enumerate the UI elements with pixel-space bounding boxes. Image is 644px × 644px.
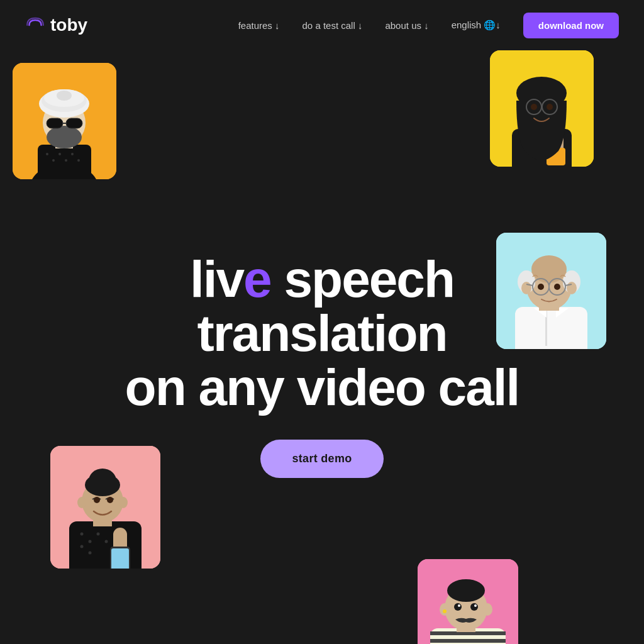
test-call-nav-link[interactable]: do a test call ↓	[303, 20, 363, 31]
svg-rect-32	[69, 521, 142, 569]
svg-point-40	[77, 497, 86, 508]
svg-point-13	[46, 153, 48, 155]
svg-point-29	[531, 104, 537, 110]
avatar-card-turban-man	[13, 63, 116, 179]
logo[interactable]: toby	[25, 15, 87, 35]
svg-rect-11	[66, 118, 82, 128]
avatar-card-hijab-woman	[490, 50, 594, 167]
language-nav-link[interactable]: english 🌐↓	[452, 19, 501, 31]
svg-point-30	[547, 104, 553, 110]
svg-point-18	[77, 159, 80, 162]
nav-links: features ↓ do a test call ↓ about us ↓ e…	[238, 19, 501, 31]
svg-point-76	[470, 603, 478, 611]
svg-point-15	[58, 153, 61, 155]
svg-point-8	[57, 91, 72, 101]
svg-rect-35	[111, 548, 129, 569]
svg-point-49	[89, 552, 92, 555]
hero-title: live speech translationon any video call	[64, 252, 580, 414]
logo-icon	[25, 15, 45, 35]
svg-rect-10	[47, 118, 63, 128]
svg-point-78	[474, 604, 477, 607]
svg-point-81	[443, 609, 447, 613]
logo-text: toby	[50, 15, 87, 35]
svg-point-47	[105, 540, 108, 543]
hero-highlight-letter: e	[243, 250, 271, 308]
svg-point-48	[80, 545, 84, 548]
svg-point-17	[71, 153, 74, 155]
svg-point-9	[47, 126, 82, 148]
svg-rect-70	[430, 639, 506, 643]
svg-point-16	[65, 159, 67, 162]
svg-point-74	[447, 579, 485, 602]
svg-point-41	[119, 497, 128, 508]
hero-text-block: live speech translationon any video call…	[64, 252, 580, 478]
svg-point-43	[107, 497, 113, 503]
navbar: toby features ↓ do a test call ↓ about u…	[0, 0, 644, 50]
svg-point-44	[80, 533, 84, 536]
hero-section: live speech translationon any video call…	[0, 50, 644, 644]
svg-rect-2	[38, 145, 91, 179]
svg-point-46	[97, 533, 100, 536]
start-demo-button[interactable]: start demo	[260, 440, 383, 478]
download-button[interactable]: download now	[523, 13, 619, 38]
svg-point-75	[454, 603, 462, 611]
svg-point-80	[482, 603, 492, 616]
about-us-nav-link[interactable]: about us ↓	[385, 20, 428, 31]
avatar-card-young-person	[418, 559, 518, 644]
svg-point-45	[89, 540, 92, 543]
svg-point-14	[52, 159, 55, 162]
features-nav-link[interactable]: features ↓	[238, 20, 280, 31]
svg-point-42	[94, 497, 100, 503]
hero-title-text: live speech translationon any video call	[125, 250, 519, 416]
svg-point-77	[458, 604, 460, 607]
